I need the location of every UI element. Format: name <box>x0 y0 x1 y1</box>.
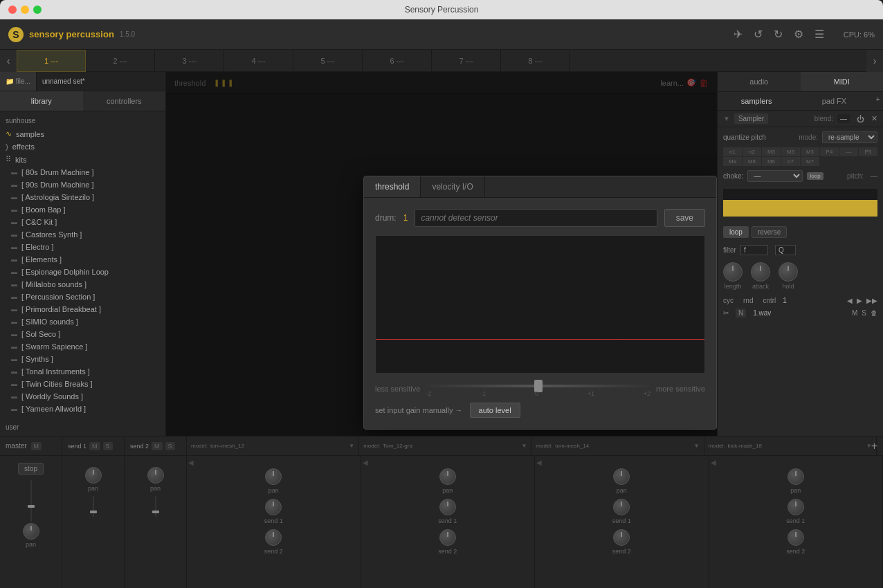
sidebar-category-effects[interactable]: ) effects <box>0 140 165 153</box>
pitch-M3b[interactable]: M3 <box>781 147 800 156</box>
tab-1[interactable]: 1 --- <box>17 50 86 72</box>
modal-tab-velocity[interactable]: velocity I/O <box>421 176 484 197</box>
send2-pan-knob[interactable] <box>147 467 164 484</box>
pad-ch1-menu[interactable]: ▼ <box>349 443 354 449</box>
pad-ch1-pan-knob[interactable] <box>265 468 282 485</box>
pad-ch2-fader-arrow[interactable]: ◀ <box>363 459 368 466</box>
play-button[interactable]: ▶ <box>857 297 862 304</box>
pitch-n7[interactable]: n7 <box>781 157 800 166</box>
auto-level-button[interactable]: auto level <box>470 403 520 418</box>
tab-7[interactable]: 7 --- <box>432 50 501 72</box>
pad-ch2-menu[interactable]: ▼ <box>521 443 527 449</box>
normalize-icon[interactable]: N <box>736 309 746 318</box>
pad-ch4-send2-knob[interactable] <box>788 529 804 546</box>
pitch-M7[interactable]: M7 <box>801 157 819 166</box>
pad-ch3-send2-knob[interactable] <box>613 529 630 546</box>
send2-m-button[interactable]: M <box>152 442 163 450</box>
mixer-icon[interactable]: ⚙ <box>794 28 803 41</box>
library-item-cc[interactable]: ▬ [ C&C Kit ] <box>0 216 165 228</box>
undo-icon[interactable]: ↺ <box>754 28 763 41</box>
master-m-button[interactable]: M <box>31 442 42 450</box>
pad-ch4-send1-knob[interactable] <box>788 499 804 515</box>
tab-3[interactable]: 3 --- <box>155 50 224 72</box>
library-item-twin[interactable]: ▬ [ Twin Cities Breaks ] <box>0 378 165 390</box>
tab-2[interactable]: 2 --- <box>86 50 155 72</box>
loop-button[interactable]: loop <box>723 226 749 238</box>
pitch-dash[interactable]: — <box>839 147 858 156</box>
send2-fader-handle[interactable] <box>152 511 159 513</box>
add-sampler-button[interactable]: + <box>873 92 883 110</box>
bookmark-icon[interactable]: ✈ <box>734 28 743 41</box>
pitch-M6b[interactable]: M6 <box>762 157 781 166</box>
library-item-90s[interactable]: ▬ [ 90s Drum Machine ] <box>0 178 165 191</box>
prev-button[interactable]: ◀ <box>847 297 853 304</box>
pad-ch4-pan-knob[interactable] <box>788 468 804 485</box>
tab-5[interactable]: 5 --- <box>293 50 363 72</box>
tab-6[interactable]: 6 --- <box>363 50 432 72</box>
library-item-sol[interactable]: ▬ [ Sol Seco ] <box>0 328 165 340</box>
save-button[interactable]: save <box>664 209 705 227</box>
library-item-boom[interactable]: ▬ [ Boom Bap ] <box>0 203 165 216</box>
choke-select[interactable]: — <box>747 170 803 182</box>
pitch-M6[interactable]: M6 <box>743 157 761 166</box>
sampler-filter-icon[interactable]: ▼ <box>723 115 730 122</box>
filter-input[interactable] <box>740 245 768 255</box>
file-button[interactable]: 📁 file... <box>0 72 37 91</box>
power-icon[interactable]: ⏻ <box>857 115 864 123</box>
minimize-button[interactable] <box>21 6 29 14</box>
pad-ch3-menu[interactable]: ▼ <box>694 443 700 449</box>
close-button[interactable] <box>8 6 17 14</box>
sidebar-category-samples[interactable]: ∿ samples <box>0 127 165 140</box>
master-fader-handle[interactable] <box>28 505 35 508</box>
cut-icon[interactable]: ✂ <box>723 309 729 317</box>
pitch-M3c[interactable]: M3 <box>801 147 819 156</box>
pitch-M3[interactable]: M3 <box>762 147 781 156</box>
library-item-percussion[interactable]: ▬ [ Percussion Section ] <box>0 291 165 303</box>
pitch-P5[interactable]: P5 <box>859 147 877 156</box>
library-item-simio[interactable]: ▬ [ SIMIO sounds ] <box>0 315 165 328</box>
redo-icon[interactable]: ↻ <box>774 28 783 41</box>
mute-icon[interactable]: M <box>852 309 857 317</box>
sensor-input[interactable] <box>415 209 657 227</box>
master-pan-knob[interactable] <box>23 523 39 540</box>
reverse-button[interactable]: reverse <box>752 226 787 238</box>
pitch-n2[interactable]: n2 <box>743 147 761 156</box>
attack-knob[interactable] <box>751 262 770 282</box>
hold-knob[interactable] <box>779 262 798 282</box>
close-sampler-icon[interactable]: ✕ <box>871 114 877 123</box>
pad-ch4-fader-arrow[interactable]: ◀ <box>711 459 716 466</box>
pad-ch1-send1-knob[interactable] <box>265 499 282 515</box>
tab-8[interactable]: 8 --- <box>501 50 570 72</box>
tab-4[interactable]: 4 --- <box>224 50 293 72</box>
pad-ch2-send1-knob[interactable] <box>439 499 456 515</box>
add-channel-button[interactable]: + <box>871 440 877 452</box>
pitch-P4[interactable]: P4 <box>820 147 839 156</box>
sidebar-tab-library[interactable]: library <box>0 91 83 111</box>
library-item-elements[interactable]: ▬ [ Elements ] <box>0 253 165 266</box>
library-item-tonal[interactable]: ▬ [ Tonal Instruments ] <box>0 365 165 378</box>
pad-ch1-send2-knob[interactable] <box>265 529 282 546</box>
rp-tab-audio[interactable]: audio <box>718 72 801 91</box>
library-item-espionage[interactable]: ▬ [ Espionage Dolphin Loop <box>0 266 165 278</box>
library-item-electro[interactable]: ▬ [ Electro ] <box>0 241 165 253</box>
library-item-primordial[interactable]: ▬ [ Primordial Breakbeat ] <box>0 303 165 315</box>
pad-ch3-fader-arrow[interactable]: ◀ <box>536 459 542 466</box>
solo-icon[interactable]: S <box>862 309 866 317</box>
send1-m-button[interactable]: M <box>89 442 100 450</box>
send2-s-button[interactable]: S <box>165 442 175 450</box>
window-controls[interactable] <box>8 6 42 14</box>
tab-prev-button[interactable]: ‹ <box>0 50 17 72</box>
library-item-worldly[interactable]: ▬ [ Worldly Sounds ] <box>0 390 165 403</box>
library-item-swarm[interactable]: ▬ [ Swarm Sapience ] <box>0 340 165 353</box>
rp-subtab-samplers[interactable]: samplers <box>718 92 795 110</box>
pad-ch2-send2-knob[interactable] <box>439 529 456 546</box>
pitch-Ma[interactable]: Ma <box>723 157 742 166</box>
library-item-synths[interactable]: ▬ [ Synths ] <box>0 353 165 365</box>
settings-icon[interactable]: ☰ <box>814 28 824 41</box>
mode-select[interactable]: re-sample <box>822 131 877 143</box>
pad-ch3-pan-knob[interactable] <box>613 468 630 485</box>
pad-ch1-fader-arrow[interactable]: ◀ <box>188 459 194 466</box>
library-item-astrologia[interactable]: ▬ [ Astrologia Sintezilo ] <box>0 191 165 203</box>
pitch-n1[interactable]: n1 <box>723 147 742 156</box>
send1-pan-knob[interactable] <box>85 467 102 484</box>
